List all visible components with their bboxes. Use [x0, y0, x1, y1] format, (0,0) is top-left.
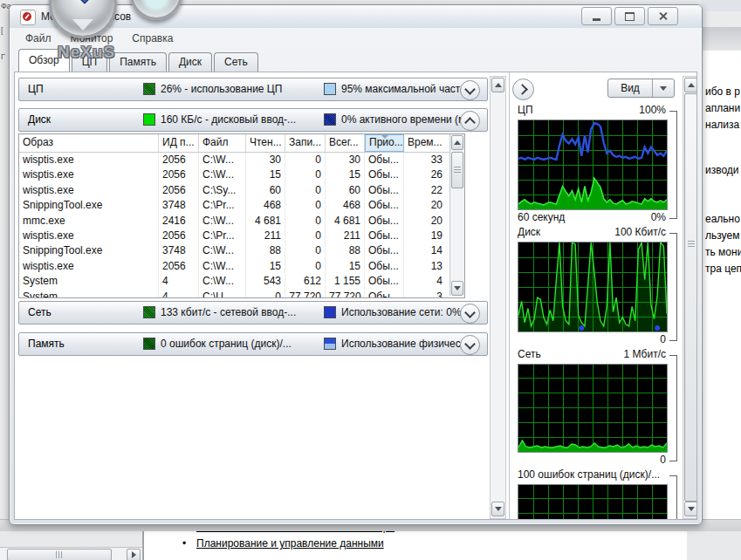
arrow-down-icon	[688, 507, 695, 511]
network-graph	[518, 364, 668, 453]
scale-bracket	[669, 233, 677, 341]
scroll-down-button[interactable]	[451, 281, 463, 296]
memory-graph-max: 100 ошибок страниц (диск)/...	[518, 468, 660, 482]
scrollbar-thumb[interactable]	[451, 152, 463, 188]
bullet-icon: •	[182, 536, 186, 552]
close-button[interactable]	[648, 7, 678, 25]
clipped-text: льзуем	[705, 229, 739, 242]
table-row[interactable]: wisptis.exe2056C:\Pr...2110211Обы...19	[19, 229, 464, 243]
section-bar-cpu[interactable]: ЦП 26% - использование ЦП 95% максимальн…	[18, 78, 488, 101]
table-row[interactable]: wisptis.exe2056C:\Sy...60060Обы...22	[19, 183, 464, 198]
scroll-up-button[interactable]	[491, 78, 504, 92]
table-row[interactable]: System4C:\U...077 72077 720Обы...3	[19, 290, 464, 297]
table-row[interactable]: mmc.exe2416C:\W...4 68104 681Обы...20	[19, 214, 464, 229]
background-left-window-edge: Фа [ Г	[0, 0, 9, 174]
menu-file[interactable]: Файл	[25, 32, 51, 44]
scroll-down-button[interactable]	[491, 502, 504, 516]
minimize-icon	[593, 18, 600, 21]
memory-legend-2: Использование физическ...	[341, 338, 474, 350]
maximize-button[interactable]	[614, 7, 645, 25]
expand-cpu-button[interactable]	[460, 80, 480, 100]
arrow-right-icon	[132, 551, 136, 558]
column-header-pid[interactable]: ИД п...	[159, 134, 199, 152]
cpu-graph-xlabel: 60 секунд	[518, 211, 565, 225]
scroll-right-button[interactable]	[127, 549, 141, 560]
clipped-text: нализа	[705, 119, 739, 131]
background-toolbar-band	[701, 27, 741, 51]
resource-monitor-window: Монитор ресурсов Файл Монитор Справка Об…	[9, 4, 703, 525]
scroll-down-button[interactable]	[684, 502, 697, 516]
table-row[interactable]: wisptis.exe2056C:\W...15015Обы...13	[19, 259, 464, 274]
arrow-down-icon	[454, 286, 461, 290]
section-label: Сеть	[28, 306, 51, 318]
disk-graph-max: 100 Кбит/с	[614, 226, 666, 240]
chevron-down-icon	[464, 338, 476, 350]
section-bar-network[interactable]: Сеть 133 кбит/с - сетевой ввод-... Испол…	[18, 301, 488, 324]
clipped-text: Г	[1, 52, 5, 61]
disk-legend-1: 160 КБ/с - дисковый ввод-...	[161, 113, 296, 126]
column-header-image[interactable]: Образ	[19, 134, 159, 152]
left-pane-scrollbar[interactable]	[490, 76, 506, 519]
overview-tab-content: ЦП 26% - использование ЦП 95% максимальн…	[14, 72, 697, 520]
table-row[interactable]: SnippingTool.exe3748C:\Pr...4680468Обы..…	[19, 198, 464, 213]
scrollbar-grip-icon	[56, 551, 63, 558]
close-icon	[658, 11, 668, 21]
table-row[interactable]: wisptis.exe2056C:\W...15015Обы...26	[19, 167, 464, 182]
disk-graph-title: Диск	[518, 226, 540, 240]
table-row[interactable]: wisptis.exe2056C:\W...30030Обы...33	[19, 153, 464, 167]
column-header-read[interactable]: Чтен...	[246, 134, 285, 152]
disk-io-swatch-icon	[143, 113, 155, 126]
help-link[interactable]: Планирование и управление данными	[196, 537, 384, 550]
expand-memory-button[interactable]	[460, 335, 480, 355]
network-io-swatch-icon	[143, 306, 155, 318]
network-graph-min: 0	[660, 454, 666, 468]
section-bar-disk[interactable]: Диск 160 КБ/с - дисковый ввод-... 0% акт…	[18, 108, 488, 132]
table-scrollbar[interactable]	[449, 134, 464, 296]
background-horizontal-scrollbar[interactable]	[0, 547, 142, 560]
expand-network-button[interactable]	[460, 304, 480, 324]
table-row[interactable]: System4C:\W...5436121 155Обы...4	[19, 274, 464, 289]
scroll-up-button[interactable]	[451, 135, 463, 150]
column-header-response[interactable]: Врем...	[404, 134, 446, 152]
collapse-disk-button[interactable]	[460, 111, 480, 131]
section-bar-memory[interactable]: Память 0 ошибок страниц (диск)/... Испол…	[18, 332, 488, 356]
arrow-up-icon	[688, 83, 695, 87]
table-row[interactable]: SnippingTool.exe3748C:\W...88088Обы...14	[19, 243, 464, 258]
view-dropdown-arrow[interactable]	[652, 79, 674, 97]
memory-legend-1: 0 ошибок страниц (диск)/...	[161, 338, 292, 350]
background-help-window: ибо в р аплани нализа изводи еально льзу…	[701, 0, 741, 523]
disk-graph	[518, 242, 668, 332]
scroll-up-button[interactable]	[684, 78, 697, 92]
scrollbar-thumb[interactable]	[684, 93, 697, 502]
network-usage-swatch-icon	[324, 306, 336, 318]
chevron-right-icon	[517, 84, 528, 95]
scale-bracket	[669, 111, 677, 219]
column-header-total[interactable]: Всег...	[326, 134, 365, 152]
view-button[interactable]: Вид	[607, 79, 675, 98]
disk-active-swatch-icon	[324, 113, 336, 126]
chevron-down-icon	[464, 84, 476, 95]
column-header-write[interactable]: Запи...	[285, 134, 326, 152]
scrollbar-grip-icon	[454, 167, 461, 174]
clipped-text: изводи	[705, 164, 739, 176]
tab-network[interactable]: Сеть	[214, 52, 258, 72]
graphs-scrollbar[interactable]	[683, 76, 697, 519]
menu-help[interactable]: Справка	[132, 32, 173, 44]
table-body: wisptis.exe2056C:\W...30030Обы...33 wisp…	[19, 153, 464, 297]
minimize-button[interactable]	[581, 7, 612, 25]
scale-bracket	[669, 355, 677, 461]
column-header-priority[interactable]: Прио...	[365, 134, 404, 152]
screen: ибо в р аплани нализа изводи еально льзу…	[0, 0, 741, 560]
cpu-legend-2: 95% максимальной часто...	[341, 83, 475, 95]
arrow-up-icon	[495, 83, 502, 87]
background-links-window: • Работа с отчетами системного монитора …	[143, 527, 687, 560]
tab-memory[interactable]: Память	[109, 52, 167, 72]
tab-disk[interactable]: Диск	[168, 52, 212, 72]
help-link-row: • Планирование и управление данными	[144, 536, 687, 552]
disk-graph-min: 0	[660, 333, 666, 347]
collapse-graphs-button[interactable]	[512, 79, 534, 100]
column-header-file[interactable]: Файл	[199, 134, 246, 152]
network-legend-2: Использование сети: 0%	[341, 306, 462, 318]
scrollbar-thumb[interactable]	[7, 549, 112, 560]
view-button-label: Вид	[608, 79, 652, 97]
